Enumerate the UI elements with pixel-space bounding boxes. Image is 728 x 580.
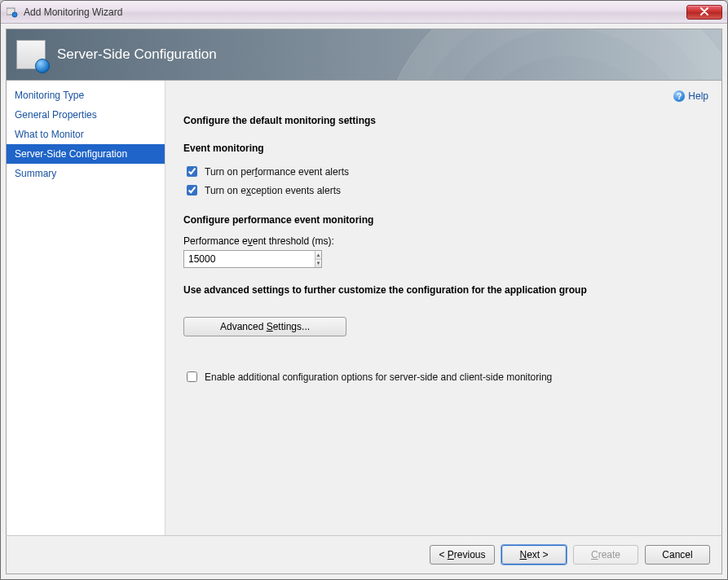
- titlebar: Add Monitoring Wizard: [1, 1, 727, 24]
- help-icon: ?: [673, 90, 685, 102]
- perf-config-heading: Configure performance event monitoring: [183, 214, 704, 226]
- nav-item-server-side-configuration[interactable]: Server-Side Configuration: [7, 144, 165, 164]
- create-button: Create: [573, 545, 638, 565]
- nav-sidebar: Monitoring Type General Properties What …: [7, 81, 165, 535]
- nav-item-general-properties[interactable]: General Properties: [7, 105, 165, 125]
- threshold-spinner: ▲ ▼: [183, 250, 322, 268]
- nav-item-monitoring-type[interactable]: Monitoring Type: [7, 86, 165, 105]
- page-heading: Configure the default monitoring setting…: [183, 115, 704, 126]
- window-title: Add Monitoring Wizard: [24, 7, 122, 18]
- banner-swirl-decoration: [379, 29, 722, 81]
- spin-up-button[interactable]: ▲: [315, 251, 321, 259]
- enable-additional-checkbox[interactable]: [187, 371, 197, 382]
- app-icon: [6, 6, 19, 19]
- banner: Server-Side Configuration: [6, 29, 722, 81]
- event-monitoring-heading: Event monitoring: [183, 143, 704, 154]
- advanced-heading: Use advanced settings to further customi…: [183, 284, 704, 296]
- close-button[interactable]: [686, 5, 722, 20]
- wizard-body: Monitoring Type General Properties What …: [6, 81, 722, 535]
- close-icon: [699, 7, 709, 17]
- cancel-button[interactable]: Cancel: [645, 545, 710, 565]
- help-label: Help: [688, 90, 708, 102]
- help-link[interactable]: ? Help: [673, 90, 708, 102]
- next-button[interactable]: Next >: [501, 545, 567, 565]
- spin-buttons: ▲ ▼: [315, 251, 321, 267]
- svg-point-1: [12, 12, 17, 17]
- threshold-input[interactable]: [184, 251, 315, 267]
- footer: < Previous Next > Create Cancel: [6, 535, 722, 574]
- advanced-settings-button[interactable]: Advanced Settings...: [183, 317, 346, 336]
- perf-alerts-checkbox[interactable]: [187, 166, 197, 177]
- wizard-window: Add Monitoring Wizard Server-Side Config…: [0, 0, 728, 580]
- exc-alerts-label[interactable]: Turn on exception events alerts: [205, 185, 341, 196]
- perf-alerts-row: Turn on performance event alerts: [183, 164, 704, 179]
- threshold-label: Performance event threshold (ms):: [183, 235, 704, 247]
- banner-icon: [16, 40, 46, 69]
- previous-button[interactable]: < Previous: [430, 545, 495, 565]
- exc-alerts-row: Turn on exception events alerts: [183, 182, 704, 198]
- enable-additional-row: Enable additional configuration options …: [183, 369, 704, 384]
- banner-heading: Server-Side Configuration: [57, 46, 217, 63]
- nav-item-summary[interactable]: Summary: [7, 164, 165, 183]
- spin-down-button[interactable]: ▼: [315, 259, 321, 268]
- enable-additional-label[interactable]: Enable additional configuration options …: [205, 371, 552, 383]
- content-panel: ? Help Configure the default monitoring …: [165, 81, 721, 535]
- exc-alerts-checkbox[interactable]: [187, 185, 197, 196]
- perf-alerts-label[interactable]: Turn on performance event alerts: [205, 166, 349, 178]
- nav-item-what-to-monitor[interactable]: What to Monitor: [7, 125, 165, 144]
